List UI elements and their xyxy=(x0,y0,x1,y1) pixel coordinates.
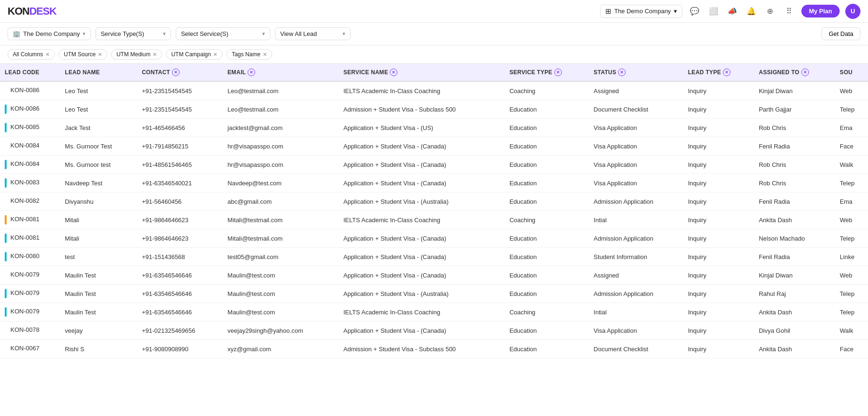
table-row[interactable]: KON-0067Rishi S+91-9080908990xyz@gmail.c… xyxy=(0,340,868,358)
leads-table: LEAD CODELEAD NAMECONTACT✕EMAIL✕SERVICE … xyxy=(0,64,868,358)
table-row[interactable]: KON-0083Navdeep Test+91-63546540021Navde… xyxy=(0,174,868,192)
service_type-cell: Education xyxy=(505,137,589,156)
status-cell: Document Checklist xyxy=(589,340,683,358)
tag-chip[interactable]: All Columns✕ xyxy=(8,49,55,60)
close-icon[interactable]: ✕ xyxy=(153,52,157,58)
lead_type-cell: Inquiry xyxy=(683,285,754,303)
table-row[interactable]: KON-0081Mitali+91-9864646623Mitali@testm… xyxy=(0,211,868,229)
contact-cell: +91-63546540021 xyxy=(137,174,223,192)
close-icon[interactable]: ✕ xyxy=(213,52,217,58)
contact-cell: +91-9864646623 xyxy=(137,229,223,248)
close-icon[interactable]: ✕ xyxy=(98,52,102,58)
lead_name-cell: test xyxy=(60,248,137,266)
megaphone-icon[interactable]: 📣 xyxy=(726,5,739,18)
table-row[interactable]: KON-0084Ms. Gurnoor test+91-48561546465h… xyxy=(0,156,868,174)
lead_name-cell: Jack Test xyxy=(60,119,137,137)
service_name-cell: Application + Student Visa - (US) xyxy=(339,119,505,137)
tag-chip[interactable]: UTM Source✕ xyxy=(59,49,107,60)
lead-code-text: KON-0086 xyxy=(10,87,39,94)
tablet-icon[interactable]: ⬜ xyxy=(707,5,720,18)
service-type-label: Service Type(S) xyxy=(101,30,144,37)
lead_type-cell: Inquiry xyxy=(683,248,754,266)
column-label: SERVICE TYPE xyxy=(509,69,552,76)
column-close-icon[interactable]: ✕ xyxy=(618,69,626,76)
service_type-cell: Education xyxy=(505,119,589,137)
status-cell: Document Checklist xyxy=(589,100,683,119)
service_name-cell: Admission + Student Visa - Subclass 500 xyxy=(339,340,505,358)
service_name-cell: Application + Student Visa - (Canada) xyxy=(339,137,505,156)
column-label: SERVICE NAME xyxy=(344,69,388,76)
service_type-cell: Education xyxy=(505,285,589,303)
get-data-button[interactable]: Get Data xyxy=(822,27,860,40)
column-close-icon[interactable]: ✕ xyxy=(172,69,180,76)
service_type-cell: Education xyxy=(505,340,589,358)
table-row[interactable]: KON-0086Leo Test+91-23515454545Leo@testm… xyxy=(0,100,868,119)
source-cell: Web xyxy=(835,211,868,229)
assigned_to-cell: Rahul Raj xyxy=(754,285,835,303)
column-close-icon[interactable]: ✕ xyxy=(723,69,730,76)
plus-circle-icon[interactable]: ⊕ xyxy=(764,5,777,18)
close-icon[interactable]: ✕ xyxy=(263,52,267,58)
service-type-dropdown[interactable]: Service Type(S) ▾ xyxy=(95,27,171,40)
building-icon: 🏢 xyxy=(13,30,20,37)
lead-code-text: KON-0067 xyxy=(10,345,39,352)
column-close-icon[interactable]: ✕ xyxy=(390,69,397,76)
status-cell: Admission Application xyxy=(589,192,683,211)
source-cell: Linke xyxy=(835,248,868,266)
select-service-dropdown[interactable]: Select Service(S) ▾ xyxy=(176,27,270,40)
tag-chip[interactable]: Tags Name✕ xyxy=(226,49,272,60)
source-cell: Face xyxy=(835,137,868,156)
table-row[interactable]: KON-0080test+91-151436568test05@gmail.co… xyxy=(0,248,868,266)
assigned_to-cell: Ankita Dash xyxy=(754,303,835,321)
company-selector[interactable]: ⊞ The Demo Company ▾ xyxy=(600,5,682,18)
email-cell: veejay29singh@yahoo.com xyxy=(223,321,339,340)
column-close-icon[interactable]: ✕ xyxy=(554,69,562,76)
column-label: LEAD TYPE xyxy=(688,69,721,76)
email-cell: Maulin@test.com xyxy=(223,303,339,321)
company-dropdown[interactable]: 🏢 The Demo Company ▾ xyxy=(8,27,91,40)
status-cell: Visa Application xyxy=(589,321,683,340)
source-cell: Web xyxy=(835,266,868,285)
tag-label: All Columns xyxy=(13,51,43,58)
view-all-lead-dropdown[interactable]: View All Lead ▾ xyxy=(275,27,351,40)
status-cell: Visa Application xyxy=(589,156,683,174)
tag-chip[interactable]: UTM Campaign✕ xyxy=(166,49,223,60)
table-row[interactable]: KON-0085Jack Test+91-465466456jacktest@g… xyxy=(0,119,868,137)
grid-apps-icon[interactable]: ⠿ xyxy=(782,5,796,18)
my-plan-button[interactable]: My Plan xyxy=(801,5,840,17)
table-row[interactable]: KON-0078veejay+91-021325469656veejay29si… xyxy=(0,321,868,340)
bell-icon[interactable]: 🔔 xyxy=(745,5,758,18)
avatar[interactable]: U xyxy=(845,4,860,19)
lead-code-text: KON-0079 xyxy=(10,271,39,278)
email-cell: abc@gmail.com xyxy=(223,192,339,211)
table-row[interactable]: KON-0086Leo Test+91-23515454545Leo@testm… xyxy=(0,81,868,100)
table-row[interactable]: KON-0079Maulin Test+91-63546546646Maulin… xyxy=(0,266,868,285)
header-right: ⊞ The Demo Company ▾ 💬 ⬜ 📣 🔔 ⊕ ⠿ My Plan… xyxy=(600,4,860,19)
chat-icon[interactable]: 💬 xyxy=(688,5,701,18)
tag-chip[interactable]: UTM Medium✕ xyxy=(111,49,162,60)
table-row[interactable]: KON-0081Mitali+91-9864646623Mitali@testm… xyxy=(0,229,868,248)
table-row[interactable]: KON-0084Ms. Gurnoor Test+91-7914856215hr… xyxy=(0,137,868,156)
logo: KONDESK xyxy=(8,5,56,17)
lead_name-cell: Divyanshu xyxy=(60,192,137,211)
lead_type-cell: Inquiry xyxy=(683,340,754,358)
service_name-cell: Admission + Student Visa - Subclass 500 xyxy=(339,100,505,119)
assigned_to-cell: Divya Gohil xyxy=(754,321,835,340)
lead_name-cell: Navdeep Test xyxy=(60,174,137,192)
column-close-icon[interactable]: ✕ xyxy=(801,69,809,76)
lead_type-cell: Inquiry xyxy=(683,229,754,248)
service_name-cell: Application + Student Visa - (Canada) xyxy=(339,266,505,285)
service_type-cell: Education xyxy=(505,248,589,266)
close-icon[interactable]: ✕ xyxy=(45,52,50,58)
lead-code-text: KON-0082 xyxy=(10,197,39,204)
status-cell: Student Information xyxy=(589,248,683,266)
lead_name-cell: Rishi S xyxy=(60,340,137,358)
view-all-lead-label: View All Lead xyxy=(280,30,317,37)
table-column-header: STATUS✕ xyxy=(589,64,683,81)
table-row[interactable]: KON-0079Maulin Test+91-63546546646Maulin… xyxy=(0,285,868,303)
table-row[interactable]: KON-0082Divyanshu+91-56460456abc@gmail.c… xyxy=(0,192,868,211)
table-row[interactable]: KON-0079Maulin Test+91-63546546646Maulin… xyxy=(0,303,868,321)
column-close-icon[interactable]: ✕ xyxy=(248,69,255,76)
source-cell: Telep xyxy=(835,285,868,303)
lead-code-text: KON-0078 xyxy=(10,326,39,333)
